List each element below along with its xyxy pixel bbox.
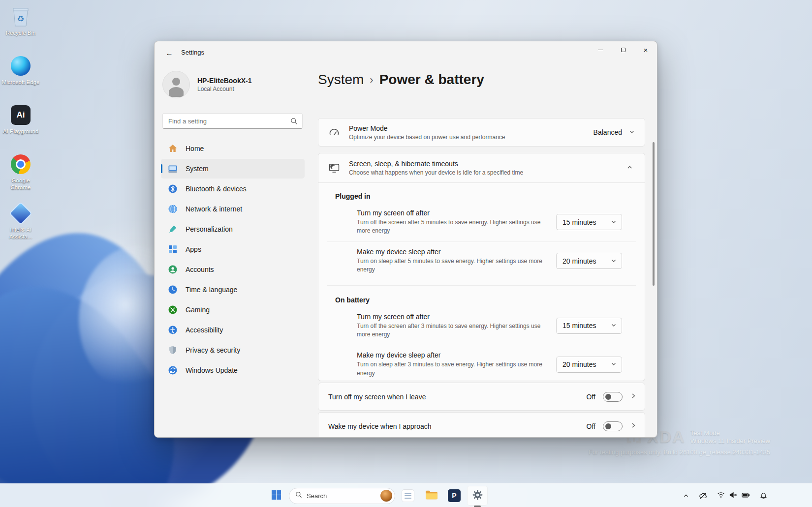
desktop-icon-label: Google Chrome xyxy=(1,177,40,191)
screen-sleep-icon xyxy=(328,162,345,174)
sidebar-item-label: Personalization xyxy=(186,225,233,233)
desktop-icon-label: Intel® AI Assista... xyxy=(1,226,40,240)
network-volume-battery-flyout[interactable] xyxy=(715,488,752,503)
sidebar-item-apps[interactable]: Apps xyxy=(161,239,305,259)
account-block[interactable]: HP-EliteBookX-1 Local Account xyxy=(162,71,251,98)
intel-ai-assistant-icon xyxy=(12,202,29,225)
chevron-up-icon[interactable] xyxy=(626,164,635,173)
search-icon xyxy=(290,118,298,127)
plugged-in-screen-off-row: Turn my screen off after Turn off the sc… xyxy=(327,203,636,241)
toggle-knob xyxy=(605,394,611,400)
sidebar-item-windows-update[interactable]: Windows Update xyxy=(161,360,305,380)
hidden-icons-chevron[interactable] xyxy=(681,489,691,502)
desktop-icon-ai-playground[interactable]: Ai AI Playground xyxy=(0,101,41,150)
plugged-in-sleep-row: Make my device sleep after Turn on sleep… xyxy=(327,241,636,280)
home-icon xyxy=(168,144,178,153)
page-title: Power & battery xyxy=(379,72,484,88)
recycle-bin-icon: ♻ xyxy=(11,5,31,29)
brush-icon xyxy=(168,224,178,234)
file-explorer-button[interactable] xyxy=(421,486,441,506)
chevron-right-icon[interactable] xyxy=(630,422,637,431)
screen-off-when-leave-row[interactable]: Turn off my screen when I leave Off xyxy=(318,383,645,411)
sidebar-item-network-internet[interactable]: Network & internet xyxy=(161,199,305,219)
sidebar-item-label: Network & internet xyxy=(186,205,242,213)
on-battery-sleep-dropdown[interactable]: 20 minutes xyxy=(556,357,622,373)
breadcrumb-chevron-icon: › xyxy=(370,73,373,87)
desktop-icon-edge[interactable]: Microsoft Edge xyxy=(0,52,41,101)
person-icon xyxy=(168,265,178,274)
plugged-in-heading: Plugged in xyxy=(327,183,636,203)
wake-on-approach-row[interactable]: Wake my device when I approach Off xyxy=(318,412,645,438)
pinned-app-p-icon: P xyxy=(448,489,461,502)
desktop-icon-intel-ai-assistant[interactable]: Intel® AI Assista... xyxy=(0,200,41,249)
back-button[interactable]: ← xyxy=(161,45,177,60)
sidebar-item-privacy-security[interactable]: Privacy & security xyxy=(161,340,305,360)
desktop-icon-column: ♻ Recycle Bin Microsoft Edge Ai AI Playg… xyxy=(0,3,41,249)
power-mode-desc: Optimize your device based on power use … xyxy=(349,134,505,141)
sidebar-item-label: Accessibility xyxy=(186,326,223,334)
wifi-icon xyxy=(717,491,725,500)
sidebar-item-bluetooth-devices[interactable]: Bluetooth & devices xyxy=(161,179,305,199)
scrollbar-thumb[interactable] xyxy=(653,142,655,286)
setting-title: Make my device sleep after xyxy=(357,351,550,359)
chevron-down-icon xyxy=(611,218,617,226)
ai-playground-icon: Ai xyxy=(11,103,31,127)
setting-title: Turn off my screen when I leave xyxy=(328,393,426,401)
desktop-icon-recycle-bin[interactable]: ♻ Recycle Bin xyxy=(0,3,41,52)
globe-icon xyxy=(168,204,178,214)
on-battery-sleep-row: Make my device sleep after Turn on sleep… xyxy=(327,345,636,381)
desktop-icon-label: Microsoft Edge xyxy=(2,79,40,86)
pinned-app-p-button[interactable]: P xyxy=(444,486,465,506)
notifications-bell-icon[interactable] xyxy=(758,489,769,503)
settings-taskbar-button[interactable] xyxy=(467,486,488,506)
timeouts-expander-header[interactable]: Screen, sleep, & hibernate timeouts Choo… xyxy=(318,153,645,182)
edge-icon xyxy=(11,54,31,78)
sidebar-item-accounts[interactable]: Accounts xyxy=(161,260,305,279)
minimize-icon xyxy=(598,50,603,50)
wake-on-approach-toggle[interactable] xyxy=(603,421,623,431)
close-button[interactable]: × xyxy=(634,41,657,58)
power-mode-value: Balanced xyxy=(593,128,622,136)
settings-search[interactable] xyxy=(162,113,303,129)
sidebar-item-time-language[interactable]: Time & language xyxy=(161,280,305,299)
onedrive-paused-icon[interactable] xyxy=(697,489,709,503)
on-battery-screen-off-row: Turn my screen off after Turn off the sc… xyxy=(327,307,636,345)
power-mode-dropdown[interactable]: Balanced xyxy=(593,128,635,137)
sidebar-item-label: Windows Update xyxy=(186,366,238,374)
sidebar-item-system[interactable]: System xyxy=(161,159,305,179)
taskbar-search[interactable]: Search xyxy=(289,488,395,504)
setting-title: Wake my device when I approach xyxy=(328,422,432,430)
account-type: Local Account xyxy=(197,86,251,92)
timeouts-title: Screen, sleep, & hibernate timeouts xyxy=(349,160,523,168)
on-battery-screen-off-dropdown[interactable]: 15 minutes xyxy=(556,318,622,334)
maximize-button[interactable] xyxy=(612,41,634,58)
start-button[interactable] xyxy=(266,486,286,506)
taskbar: Search P xyxy=(0,483,812,507)
sidebar-nav: Home System Bluetooth & devices xyxy=(161,139,305,381)
accessibility-icon xyxy=(168,325,178,335)
desktop-icon-chrome[interactable]: Google Chrome xyxy=(0,150,41,200)
pinned-app-button-1[interactable] xyxy=(398,486,418,506)
update-arrows-icon xyxy=(168,365,178,375)
timeouts-expander-body: Plugged in Turn my screen off after Turn… xyxy=(318,182,645,381)
sidebar-item-label: Privacy & security xyxy=(186,346,240,354)
titlebar[interactable]: ← Settings × xyxy=(155,41,657,64)
setting-desc: Turn off the screen after 3 minutes to s… xyxy=(357,322,550,339)
screen-off-when-leave-toggle[interactable] xyxy=(603,392,623,402)
timeouts-desc: Choose what happens when your device is … xyxy=(349,169,523,176)
plugged-in-sleep-dropdown[interactable]: 20 minutes xyxy=(556,253,622,269)
insider-preview-label: Windows 11 Insider Preview xyxy=(690,437,770,445)
sidebar-item-home[interactable]: Home xyxy=(161,139,305,158)
breadcrumb: System › Power & battery xyxy=(318,72,484,88)
sidebar-item-personalization[interactable]: Personalization xyxy=(161,219,305,239)
sidebar-item-accessibility[interactable]: Accessibility xyxy=(161,320,305,340)
power-mode-title: Power Mode xyxy=(349,124,505,132)
minimize-button[interactable] xyxy=(589,41,612,58)
file-explorer-icon xyxy=(425,489,437,502)
sidebar-item-gaming[interactable]: Gaming xyxy=(161,300,305,320)
plugged-in-screen-off-dropdown[interactable]: 15 minutes xyxy=(556,214,622,230)
settings-search-input[interactable] xyxy=(163,114,302,128)
breadcrumb-system-link[interactable]: System xyxy=(318,72,364,88)
search-icon xyxy=(295,491,302,500)
chevron-right-icon[interactable] xyxy=(630,392,637,401)
